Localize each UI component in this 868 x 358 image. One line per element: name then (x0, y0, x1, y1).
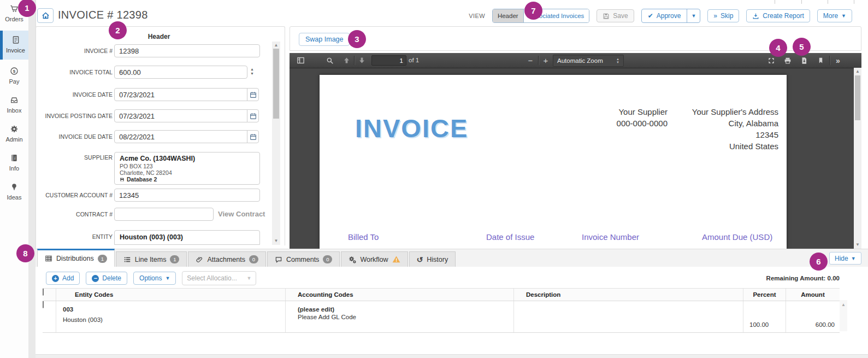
supplier-box[interactable]: Acme Co. (1304WASHI) PO BOX 123 Charlott… (114, 152, 260, 185)
table-row[interactable]: 003 Houston (003) (please edit) Please A… (43, 301, 840, 333)
sidebar-item-invoice[interactable]: Invoice (0, 31, 28, 60)
toolbar-separator (538, 56, 539, 65)
more-label: More (823, 12, 838, 20)
save-label: Save (613, 12, 628, 20)
pdf-download-button[interactable] (799, 55, 810, 66)
supplier-address-line1: PO BOX 123 (120, 163, 255, 169)
pdf-page-input[interactable] (371, 55, 406, 66)
scroll-up-icon[interactable]: ▲ (272, 43, 280, 48)
pdf-more-tools-button[interactable]: » (832, 55, 843, 66)
pdf-next-page-button[interactable] (356, 55, 367, 66)
tab-badge: 1 (170, 255, 179, 263)
tab-distributions[interactable]: Distributions 1 (37, 249, 115, 267)
pdf-scrollbar-thumb[interactable] (855, 75, 860, 120)
tab-badge: 1 (98, 255, 107, 263)
options-button[interactable]: Options ▼ (133, 272, 176, 285)
stepper-up-icon: ▲ (250, 67, 254, 71)
tab-line-items[interactable]: Line Items 1 (116, 251, 187, 267)
column-accounting-codes: Accounting Codes (286, 289, 514, 301)
pdf-previous-page-button[interactable] (341, 55, 352, 66)
remaining-amount: Remaining Amount: 0.00 (766, 275, 840, 281)
invoice-total-stepper[interactable]: ▲▼ (250, 67, 254, 75)
fullscreen-icon (767, 57, 775, 64)
create-report-button[interactable]: Create Report (746, 9, 810, 22)
invoice-posting-date-calendar-button[interactable] (247, 109, 259, 122)
home-button[interactable] (37, 8, 54, 23)
scroll-down-icon[interactable]: ▼ (272, 238, 280, 244)
tabs: Distributions 1 Line Items 1 Attachments… (37, 249, 457, 267)
sidebar-item-inbox[interactable]: Inbox (0, 96, 28, 115)
customer-account-input[interactable] (114, 189, 260, 202)
form-scrollbar[interactable]: ▲ ▼ (272, 42, 280, 245)
arrow-up-icon (343, 56, 351, 64)
entity-box[interactable]: Houston (003) (003) (114, 230, 260, 245)
calendar-icon (250, 91, 257, 98)
tab-history[interactable]: ↺ History (409, 251, 456, 267)
table-scrollbar[interactable]: ▲ (840, 300, 847, 331)
hide-button[interactable]: Hide ▼ (829, 252, 861, 265)
pdf-sidebar-toggle-button[interactable] (295, 55, 306, 66)
swap-image-button[interactable]: Swap Image (299, 33, 350, 46)
save-button[interactable]: Save (597, 9, 634, 22)
annotation-4: 4 (769, 39, 787, 57)
pdf-scrollbar[interactable]: ▲ ▼ (854, 68, 861, 249)
add-button[interactable]: + Add (46, 272, 80, 285)
row-checkbox[interactable] (43, 301, 44, 308)
header-checkbox-cell (43, 289, 56, 301)
pdf-search-button[interactable] (324, 55, 335, 66)
contract-label: CONTRACT # (36, 211, 113, 218)
allocation-placeholder: Select Allocatio... (187, 274, 237, 282)
delete-label: Delete (102, 274, 121, 282)
skip-button[interactable]: » Skip (707, 9, 739, 22)
allocation-select[interactable]: Select Allocatio... ▼ (182, 271, 256, 285)
invoice-total-label: INVOICE TOTAL (36, 69, 113, 75)
invoice-date-calendar-button[interactable] (247, 88, 259, 101)
chevron-down-icon: ▼ (165, 275, 170, 281)
tab-workflow[interactable]: Workflow (341, 251, 408, 267)
tab-attachments[interactable]: Attachments 0 (188, 251, 265, 267)
sidebar-item-info[interactable]: i Info (0, 154, 28, 173)
invoice-date-input[interactable] (114, 88, 247, 101)
scroll-up-icon[interactable]: ▲ (854, 69, 861, 74)
contract-input[interactable] (114, 208, 214, 221)
percent-cell: 100.00 (743, 301, 786, 332)
pdf-zoom-out-button[interactable]: − (525, 55, 536, 66)
sidebar-item-ideas[interactable]: Ideas (0, 183, 28, 202)
approve-button[interactable]: ✔ Approve (642, 9, 687, 22)
approve-dropdown-button[interactable]: ▼ (687, 9, 700, 22)
toolbar-separator (829, 56, 830, 65)
annotation-7: 7 (524, 2, 542, 20)
warning-icon (392, 255, 400, 263)
view-contract-link[interactable]: View Contract (218, 210, 265, 218)
invoice-number-input[interactable] (114, 44, 260, 57)
delete-button[interactable]: − Delete (86, 272, 127, 285)
sidebar-label: Orders (5, 16, 23, 22)
pdf-presentation-mode-button[interactable] (766, 55, 777, 66)
scroll-up-icon[interactable]: ▲ (840, 302, 847, 308)
invoice-due-date-input[interactable] (114, 130, 247, 143)
invoice-due-date-calendar-button[interactable] (247, 130, 259, 143)
annotation-2: 2 (109, 21, 127, 39)
pdf-zoom-in-button[interactable]: + (540, 55, 551, 66)
pdf-bookmark-button[interactable] (815, 55, 826, 66)
zoom-select-value: Automatic Zoom (557, 57, 603, 64)
select-all-checkbox[interactable] (43, 289, 44, 296)
tab-badge: 0 (249, 255, 258, 263)
document-download-icon (800, 57, 808, 64)
sidebar-item-admin[interactable]: Admin (0, 125, 28, 144)
pdf-print-button[interactable] (782, 55, 793, 66)
scroll-down-icon[interactable]: ▼ (854, 242, 861, 248)
invoice-total-input[interactable] (114, 66, 247, 79)
sidebar-item-pay[interactable]: $ Pay (0, 67, 28, 86)
more-button[interactable]: More ▼ (817, 9, 852, 22)
pdf-zoom-select[interactable]: Automatic Zoom ▲▼ (553, 55, 624, 67)
view-option-header[interactable]: Header (493, 9, 524, 22)
invoice-posting-date-input[interactable] (114, 109, 247, 122)
tab-comments[interactable]: Comments 0 (267, 251, 340, 267)
form-scrollbar-thumb[interactable] (273, 49, 279, 119)
distributions-table: Entity Codes Accounting Codes Descriptio… (43, 288, 840, 333)
hide-label: Hide (835, 255, 848, 262)
sidebar-label: Pay (9, 78, 20, 85)
invoice-icon (11, 36, 20, 44)
top-edge-line (801, 0, 802, 4)
